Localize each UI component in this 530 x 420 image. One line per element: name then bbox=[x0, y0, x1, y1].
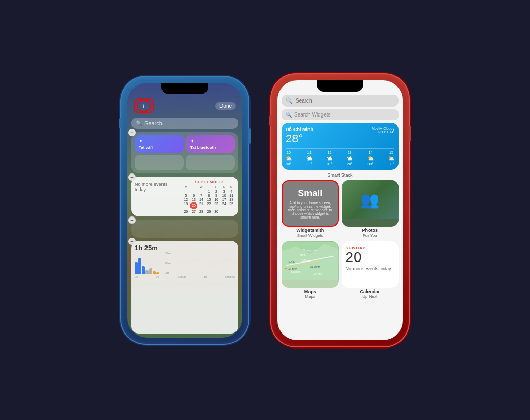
remove-st-badge[interactable]: − bbox=[128, 238, 136, 245]
red-search-text: Search bbox=[296, 98, 312, 104]
red-search-icon: 🔍 bbox=[286, 97, 293, 104]
calendar-widget: − No more events today SEPTEMBER MTWTFSS… bbox=[131, 177, 238, 216]
control-center-widget: − ✦ Tat wifi ✦ Tat bluetooth bbox=[131, 132, 238, 173]
smart-stack-label: Smart Stack bbox=[282, 172, 399, 178]
cal-widget-sub: Up Next bbox=[342, 294, 399, 299]
photos-image: 👥 bbox=[342, 180, 399, 219]
red-screen: 🔍 Search 🔍 Search Widgets Hồ Chí Minh 28… bbox=[277, 80, 403, 340]
blue-phone: + Done 🔍 Search − ✦ bbox=[120, 76, 249, 345]
weather-widget: Hồ Chí Minh 28° Mostly Cloudy H:31° L:24… bbox=[282, 123, 399, 170]
notch bbox=[161, 83, 208, 94]
search-placeholder: Search bbox=[144, 120, 163, 126]
search-widgets-bar[interactable]: 🔍 Search Widgets bbox=[282, 109, 399, 120]
bt-label: Tat bluetooth bbox=[190, 145, 231, 150]
wifi-label: Tat wifi bbox=[139, 145, 180, 150]
ws-desc: Add to your home screen, tap/long-press … bbox=[287, 201, 334, 219]
photos-sub: For You bbox=[343, 233, 398, 238]
bt-icon: ✦ bbox=[190, 138, 231, 144]
screentime-title: 1h 25m bbox=[135, 244, 235, 252]
forecast-day-1: 11🌦31° bbox=[306, 151, 312, 166]
bluetooth-control[interactable]: ✦ Tat bluetooth bbox=[186, 135, 235, 153]
forecast-day-2: 12🌦31° bbox=[327, 151, 332, 166]
volume-button bbox=[119, 118, 121, 128]
widgetsmith-widget[interactable]: Small Add to your home screen, tap/long-… bbox=[282, 180, 339, 239]
maps-name: Maps bbox=[283, 289, 338, 294]
svg-text:Can Tho: Can Tho bbox=[313, 273, 322, 276]
red-volume-button bbox=[269, 115, 271, 126]
ws-name: Widgetsmith bbox=[282, 228, 339, 233]
cal-days-header: MTWTFSS bbox=[183, 185, 235, 189]
maps-sub: Maps bbox=[283, 294, 338, 299]
weather-hl: H:31° L:24° bbox=[372, 131, 394, 134]
cal-month: SEPTEMBER bbox=[183, 180, 235, 184]
sw-icon: 🔍 bbox=[286, 112, 292, 118]
weather-temp: 28° bbox=[286, 132, 313, 146]
weather-forecast: 10⛅30° 11🌦31° 12🌦31° 13🌦28° 14⛅30° bbox=[286, 148, 394, 166]
power-button bbox=[248, 128, 251, 144]
cal-day-number: 20 bbox=[346, 250, 395, 265]
forecast-day-4: 14⛅30° bbox=[367, 151, 374, 166]
empty-widget: − bbox=[131, 220, 238, 238]
photos-card[interactable]: 👥 bbox=[342, 180, 399, 227]
maps-card[interactable]: Guangzhou Hanoi LAOS THAILAND VIETNAM Da… bbox=[282, 241, 339, 288]
remove-badge[interactable]: − bbox=[128, 129, 136, 136]
photos-widget[interactable]: 👥 Photos For You bbox=[342, 180, 399, 239]
svg-text:Bangkok: Bangkok bbox=[291, 270, 301, 273]
st-axis: 0006Social18Utilities bbox=[135, 275, 235, 278]
st-chart bbox=[135, 254, 159, 274]
sw-text: Search Widgets bbox=[294, 112, 331, 118]
controls-grid: ✦ Tat wifi ✦ Tat bluetooth bbox=[135, 135, 235, 170]
red-phone: 🔍 Search 🔍 Search Widgets Hồ Chí Minh 28… bbox=[270, 73, 410, 347]
svg-text:LAOS: LAOS bbox=[288, 261, 294, 264]
wifi-icon: ✦ bbox=[139, 138, 180, 144]
forecast-day-3: 13🌦28° bbox=[347, 151, 353, 166]
wifi-control[interactable]: ✦ Tat wifi bbox=[135, 135, 184, 153]
widget-grid-row2: Guangzhou Hanoi LAOS THAILAND VIETNAM Da… bbox=[282, 241, 399, 300]
weather-city: Hồ Chí Minh bbox=[286, 127, 313, 132]
top-bar: + Done bbox=[131, 98, 238, 113]
plus-icon: + bbox=[142, 102, 146, 110]
ws-title: Small bbox=[298, 188, 322, 199]
cal-today: 20 bbox=[190, 202, 197, 209]
no-events-text: No more events today bbox=[135, 180, 179, 192]
svg-text:Guangzhou: Guangzhou bbox=[303, 249, 318, 252]
red-power-button bbox=[409, 126, 411, 141]
weather-condition: Mostly Cloudy bbox=[372, 127, 394, 131]
forecast-day-0: 10⛅30° bbox=[286, 151, 292, 166]
widget-grid-row1: Small Add to your home screen, tap/long-… bbox=[282, 180, 399, 239]
cal-grid: 1234 567891011 12131415161718 1920212223… bbox=[183, 190, 235, 213]
search-bar[interactable]: 🔍 Search bbox=[131, 118, 238, 129]
blue-screen: + Done 🔍 Search − ✦ bbox=[127, 83, 242, 338]
cal-widget-name: Calendar bbox=[342, 289, 399, 294]
screentime-widget: − 1h 25m 60m bbox=[131, 241, 238, 334]
calendar-small-widget[interactable]: SUNDAY 20 No more events today Calendar … bbox=[342, 241, 399, 300]
svg-text:VIETNAM: VIETNAM bbox=[310, 266, 320, 268]
calendar-small-card[interactable]: SUNDAY 20 No more events today bbox=[342, 241, 399, 288]
cal-no-events: No more events today bbox=[346, 266, 395, 271]
widgetsmith-card[interactable]: Small Add to your home screen, tap/long-… bbox=[282, 180, 339, 227]
control-empty-2 bbox=[186, 155, 235, 170]
maps-widget[interactable]: Guangzhou Hanoi LAOS THAILAND VIETNAM Da… bbox=[282, 241, 339, 300]
remove-calendar-badge[interactable]: − bbox=[128, 173, 136, 181]
done-button[interactable]: Done bbox=[215, 102, 236, 110]
red-search-bar[interactable]: 🔍 Search bbox=[282, 95, 399, 107]
svg-text:Hanoi: Hanoi bbox=[300, 254, 306, 256]
forecast-day-5: 15⛅30° bbox=[388, 151, 394, 166]
search-icon: 🔍 bbox=[136, 120, 142, 126]
ws-sub: Small Widgets bbox=[282, 233, 339, 238]
control-empty-1 bbox=[135, 155, 184, 170]
red-notch bbox=[317, 80, 363, 92]
svg-text:Da Nang: Da Nang bbox=[301, 259, 311, 262]
add-widget-button[interactable]: + bbox=[137, 100, 151, 112]
remove-empty-badge[interactable]: − bbox=[128, 216, 136, 224]
maps-image: Guangzhou Hanoi LAOS THAILAND VIETNAM Da… bbox=[282, 241, 339, 280]
photos-name: Photos bbox=[343, 228, 398, 233]
